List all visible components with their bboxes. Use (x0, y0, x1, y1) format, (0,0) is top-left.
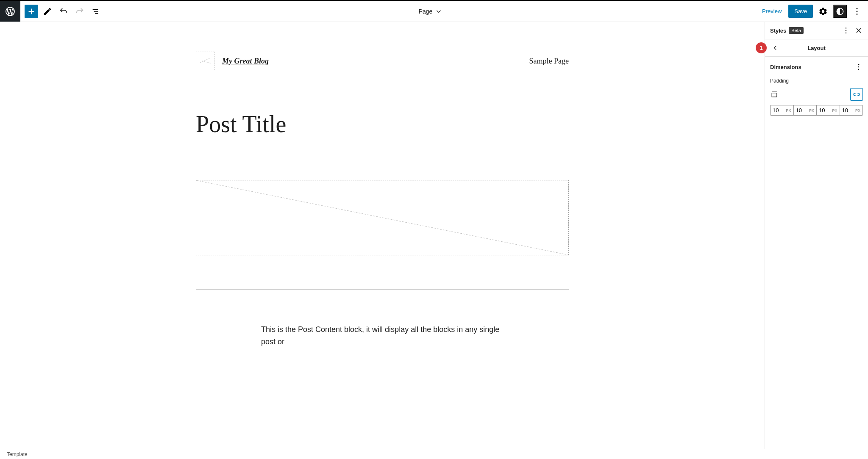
padding-left-cell: PX (840, 105, 863, 115)
nav-link-sample-page[interactable]: Sample Page (529, 57, 569, 66)
svg-rect-0 (93, 9, 98, 9)
site-title[interactable]: My Great Blog (222, 57, 269, 66)
padding-unit: PX (855, 108, 860, 113)
editor-canvas[interactable]: My Great Blog Sample Page Post Title Thi… (0, 22, 765, 449)
more-options-button[interactable] (850, 5, 864, 18)
svg-point-11 (846, 33, 847, 34)
close-sidebar-button[interactable] (854, 26, 863, 35)
padding-label: Padding (770, 78, 863, 84)
padding-right-input[interactable] (796, 107, 807, 113)
document-type-label: Page (419, 8, 433, 15)
padding-left-input[interactable] (842, 107, 854, 113)
styles-sidebar: Styles Beta 1 Layout Dimensions (765, 22, 868, 449)
svg-point-6 (857, 13, 858, 14)
left-tool-cluster (20, 5, 107, 18)
padding-mode-row (770, 88, 863, 101)
svg-rect-1 (94, 11, 98, 11)
box-side-icon (770, 90, 779, 99)
beta-badge: Beta (789, 27, 804, 34)
edit-tool-button[interactable] (41, 5, 54, 18)
document-selector[interactable]: Page (107, 8, 754, 15)
save-button[interactable]: Save (788, 5, 813, 18)
svg-line-7 (196, 180, 568, 255)
settings-button[interactable] (816, 5, 830, 18)
padding-bottom-cell: PX (817, 105, 840, 115)
site-brand: My Great Blog (196, 52, 269, 70)
site-logo-placeholder[interactable] (196, 52, 214, 70)
svg-point-12 (858, 64, 860, 65)
padding-unit: PX (786, 108, 791, 113)
unlink-sides-button[interactable] (850, 88, 863, 101)
svg-point-4 (857, 8, 858, 9)
sidebar-title: Styles (770, 28, 786, 34)
post-title[interactable]: Post Title (196, 111, 569, 138)
sidebar-header-right (842, 26, 863, 35)
svg-rect-2 (95, 13, 98, 14)
main-area: My Great Blog Sample Page Post Title Thi… (0, 22, 868, 449)
wordpress-logo[interactable] (0, 1, 20, 22)
post-content-block[interactable]: This is the Post Content block, it will … (196, 324, 569, 348)
padding-unit: PX (832, 108, 837, 113)
undo-button[interactable] (57, 5, 70, 18)
sidebar-subheader: 1 Layout (765, 39, 868, 57)
padding-bottom-input[interactable] (819, 107, 830, 113)
featured-image-placeholder[interactable] (196, 180, 569, 255)
padding-unit: PX (809, 108, 814, 113)
padding-inputs: PX PX PX PX (770, 105, 863, 116)
padding-top-input[interactable] (773, 107, 784, 113)
dimensions-panel: Dimensions Padding PX PX (765, 57, 868, 122)
sidebar-more-button[interactable] (842, 26, 850, 35)
separator[interactable] (196, 289, 569, 290)
redo-button[interactable] (73, 5, 86, 18)
add-block-button[interactable] (25, 5, 38, 18)
footer-breadcrumb: Template (0, 449, 868, 459)
padding-top-cell: PX (771, 105, 794, 115)
svg-point-10 (846, 30, 847, 31)
dimensions-more-button[interactable] (854, 63, 863, 71)
chevron-down-icon (435, 8, 442, 15)
padding-right-cell: PX (794, 105, 817, 115)
section-title: Layout (770, 45, 863, 51)
breadcrumb-item[interactable]: Template (7, 451, 28, 457)
top-toolbar: Page Preview Save (0, 0, 868, 22)
callout-badge: 1 (756, 42, 767, 53)
site-header-block: My Great Blog Sample Page (196, 52, 569, 70)
sidebar-header-left: Styles Beta (770, 27, 804, 34)
svg-point-9 (846, 28, 847, 29)
sidebar-header: Styles Beta (765, 22, 868, 39)
svg-point-13 (858, 66, 860, 68)
svg-point-14 (858, 69, 860, 70)
svg-rect-15 (772, 93, 777, 97)
styles-toggle-button[interactable] (833, 5, 847, 18)
dimensions-header: Dimensions (770, 63, 863, 71)
dimensions-label: Dimensions (770, 64, 801, 70)
list-view-button[interactable] (89, 5, 103, 18)
canvas-inner: My Great Blog Sample Page Post Title Thi… (196, 52, 569, 348)
svg-point-5 (857, 11, 858, 12)
right-tool-cluster: Preview Save (754, 5, 868, 18)
preview-link[interactable]: Preview (759, 6, 785, 17)
